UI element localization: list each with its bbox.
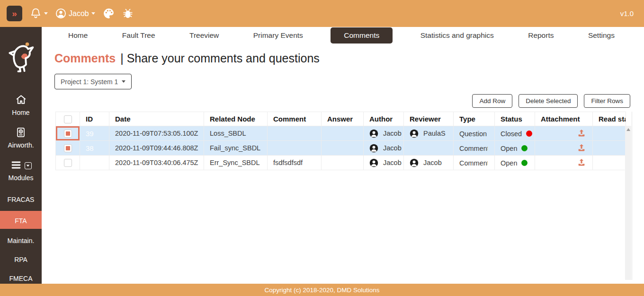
row-checkbox[interactable] <box>64 130 72 138</box>
table-row[interactable]: 2020-11-09T03:40:06.475Z Err_Sync_SBDL f… <box>56 156 626 170</box>
project-selector-dropdown[interactable]: Project 1: System 1 <box>54 74 132 89</box>
sidebar-item-airworthiness[interactable]: Airworth. <box>0 127 42 149</box>
sidebar-item-label: FTA <box>15 217 27 225</box>
sidebar-item-modules[interactable]: Modules <box>0 159 42 182</box>
tab-fault-tree[interactable]: Fault Tree <box>116 28 162 43</box>
tab-primary-events[interactable]: Primary Events <box>247 28 310 43</box>
header-reviewer[interactable]: Reviewer <box>404 112 454 126</box>
cell-read-status[interactable] <box>593 141 626 156</box>
sidebar-item-rpa[interactable]: RPA <box>0 254 42 263</box>
cell-answer[interactable] <box>322 126 364 141</box>
cell-answer[interactable] <box>322 156 364 170</box>
cell-answer[interactable] <box>322 141 364 156</box>
header-id[interactable]: ID <box>80 112 109 126</box>
row-checkbox-cell[interactable] <box>56 141 80 156</box>
select-all-checkbox[interactable] <box>64 115 72 123</box>
header-date[interactable]: Date <box>109 112 204 126</box>
cell-comment[interactable]: fsdfsdfsdf <box>268 156 322 170</box>
bell-icon[interactable] <box>30 8 42 19</box>
cell-type[interactable]: Comment <box>454 156 495 170</box>
cell-related-node[interactable]: Loss_SBDL <box>204 126 268 141</box>
header-author[interactable]: Author <box>364 112 404 126</box>
header-related-node[interactable]: Related Node <box>204 112 268 126</box>
cell-author[interactable]: Jacob <box>364 126 404 141</box>
cell-author[interactable]: Jacob <box>364 141 404 156</box>
row-checkbox[interactable] <box>64 159 72 167</box>
cell-related-node[interactable]: Err_Sync_SBDL <box>204 156 268 170</box>
cell-attachment[interactable] <box>535 126 593 141</box>
cell-attachment[interactable] <box>535 156 593 170</box>
sidebar-item-fta[interactable]: FTA <box>0 211 42 229</box>
header-answer[interactable]: Answer <box>322 112 364 126</box>
theme-palette-button[interactable] <box>103 8 115 19</box>
header-comment[interactable]: Comment <box>268 112 322 126</box>
cell-date[interactable]: 2020-11-09T03:40:06.475Z <box>109 156 204 170</box>
page-title-subtitle: | Share your comments and questions <box>120 52 320 65</box>
filter-rows-button[interactable]: Filter Rows <box>584 94 630 108</box>
cell-id[interactable] <box>80 156 109 170</box>
cell-comment[interactable] <box>268 126 322 141</box>
modules-dropdown-icon[interactable] <box>25 162 32 169</box>
cell-read-status[interactable] <box>593 156 626 170</box>
cell-attachment[interactable] <box>535 141 593 156</box>
sidebar-item-label: Maintain. <box>8 237 35 244</box>
palette-icon <box>103 8 115 19</box>
sidebar-item-maintain[interactable]: Maintain. <box>0 235 42 244</box>
table-actions: Add Row Delete Selected Filter Rows <box>472 94 630 108</box>
sidebar-item-home[interactable]: Home <box>0 94 42 116</box>
chevron-down-icon <box>44 12 48 15</box>
comments-table: ID Date Related Node Comment Answer Auth… <box>55 112 632 280</box>
cell-reviewer[interactable] <box>404 141 454 156</box>
tab-home[interactable]: Home <box>62 28 94 43</box>
header-read-status[interactable]: Read status <box>593 112 626 126</box>
cell-status[interactable]: Open <box>495 156 535 170</box>
cell-type[interactable]: Question <box>454 126 495 141</box>
sidebar-item-fmeca[interactable]: FMECA <box>0 273 42 282</box>
tab-statistics-and-graphics[interactable]: Statistics and graphics <box>414 28 501 43</box>
cell-author[interactable]: Jacob <box>364 156 404 170</box>
tab-settings[interactable]: Settings <box>581 28 621 43</box>
cell-type[interactable]: Comment <box>454 141 495 156</box>
cell-status[interactable]: Closed <box>495 126 535 141</box>
bug-icon <box>122 8 134 19</box>
cell-id[interactable]: 38 <box>80 141 109 156</box>
row-checkbox[interactable] <box>64 144 72 152</box>
add-row-button[interactable]: Add Row <box>472 94 512 108</box>
row-checkbox-cell[interactable] <box>56 156 80 170</box>
table-header-row: ID Date Related Node Comment Answer Auth… <box>56 112 626 126</box>
cell-read-status[interactable] <box>593 126 626 141</box>
scroll-up-icon[interactable] <box>626 128 630 131</box>
table-vertical-scrollbar[interactable] <box>625 126 631 280</box>
cell-comment[interactable] <box>268 141 322 156</box>
header-type[interactable]: Type <box>454 112 495 126</box>
tab-comments[interactable]: Comments <box>331 27 393 44</box>
app-version: v1.0 <box>620 9 634 17</box>
notifications-menu[interactable] <box>30 8 48 19</box>
bug-report-button[interactable] <box>122 8 134 19</box>
table-row[interactable]: 38 2020-11-09T09:44:46.808Z Fail_sync_SB… <box>56 141 626 156</box>
table-row[interactable]: 39 2020-11-09T07:53:05.100Z Loss_SBDL Ja… <box>56 126 626 141</box>
cell-reviewer[interactable]: PaulaS <box>404 126 454 141</box>
cell-reviewer[interactable]: Jacob <box>404 156 454 170</box>
sidebar-toggle-button[interactable]: » <box>7 6 22 21</box>
user-menu[interactable]: Jacob <box>55 8 95 19</box>
cell-status[interactable]: Open <box>495 141 535 156</box>
tab-reports[interactable]: Reports <box>521 28 560 43</box>
airworthiness-icon <box>15 127 27 139</box>
chevron-down-icon <box>122 80 125 83</box>
tab-treeview[interactable]: Treeview <box>183 28 225 43</box>
cell-id[interactable]: 39 <box>80 126 109 141</box>
cell-date[interactable]: 2020-11-09T07:53:05.100Z <box>109 126 204 141</box>
row-checkbox-cell[interactable] <box>56 126 80 141</box>
module-tabs: Home Fault Tree Treeview Primary Events … <box>42 27 644 44</box>
header-select-all <box>56 112 80 126</box>
page-title-main: Comments <box>54 52 116 65</box>
user-circle-icon <box>55 8 66 19</box>
header-status[interactable]: Status <box>495 112 535 126</box>
cell-related-node[interactable]: Fail_sync_SBDL <box>204 141 268 156</box>
delete-selected-button[interactable]: Delete Selected <box>519 94 578 108</box>
header-attachment[interactable]: Attachment <box>535 112 593 126</box>
sidebar-item-fracas[interactable]: FRACAS <box>0 194 42 203</box>
app-logo-bird-icon <box>5 40 37 76</box>
cell-date[interactable]: 2020-11-09T09:44:46.808Z <box>109 141 204 156</box>
